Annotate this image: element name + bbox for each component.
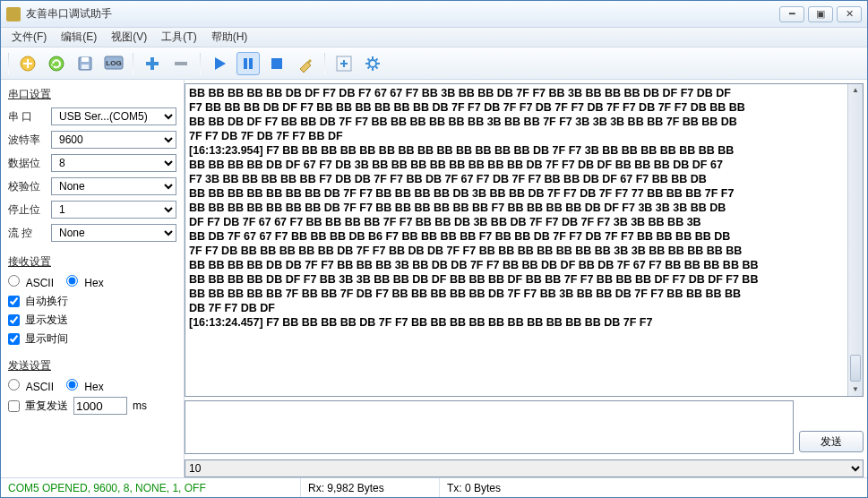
scrollbar[interactable]: ▲ ▼ <box>847 84 863 396</box>
svg-rect-4 <box>82 64 89 69</box>
app-icon <box>6 7 21 21</box>
status-tx: Tx: 0 Bytes <box>440 478 867 497</box>
rx-hex-radio[interactable]: Hex <box>66 275 104 289</box>
toolbar: LOG <box>1 47 867 80</box>
svg-rect-8 <box>249 58 253 69</box>
menu-bar: 文件(F) 编辑(E) 视图(V) 工具(T) 帮助(H) <box>1 28 867 47</box>
svg-rect-9 <box>271 58 282 69</box>
stopbits-select[interactable]: 1 <box>51 201 176 219</box>
scroll-up-icon[interactable]: ▲ <box>848 84 863 97</box>
baud-select[interactable]: 9600 <box>51 131 176 149</box>
tx-period-input[interactable] <box>73 397 127 415</box>
log-icon[interactable]: LOG <box>102 52 125 75</box>
sidebar: 串口设置 串 口USB Ser...(COM5) 波特率9600 数据位8 校验… <box>1 80 185 477</box>
svg-rect-7 <box>244 58 247 69</box>
window-title: 友善串口调试助手 <box>26 6 779 21</box>
tx-repeat-label: 重复发送 <box>25 399 68 414</box>
clear-icon[interactable] <box>294 52 317 75</box>
rx-wrap-check[interactable] <box>8 296 20 307</box>
scroll-thumb[interactable] <box>850 355 861 382</box>
title-bar: 友善串口调试助手 ━ ▣ ✕ <box>1 1 867 28</box>
databits-label: 数据位 <box>8 156 46 171</box>
parity-select[interactable]: None <box>51 177 176 195</box>
tx-group-title: 发送设置 <box>8 358 176 374</box>
send-button[interactable]: 发送 <box>799 431 864 452</box>
tx-ascii-radio[interactable]: ASCII <box>8 379 54 393</box>
menu-file[interactable]: 文件(F) <box>4 30 54 45</box>
play-icon[interactable] <box>208 52 231 75</box>
scroll-down-icon[interactable]: ▼ <box>848 383 863 396</box>
receive-textarea[interactable]: BB BB BB BB BB DB DF F7 DB F7 67 67 F7 B… <box>185 83 864 397</box>
close-button[interactable]: ✕ <box>837 6 862 22</box>
rx-group-title: 接收设置 <box>8 254 176 270</box>
menu-tools[interactable]: 工具(T) <box>154 30 203 45</box>
rx-wrap-label: 自动换行 <box>25 294 68 309</box>
history-select[interactable]: 10 <box>185 459 864 477</box>
maximize-button[interactable]: ▣ <box>808 6 833 22</box>
parity-label: 校验位 <box>8 179 46 194</box>
tx-period-unit: ms <box>133 399 147 412</box>
rx-showtime-check[interactable] <box>8 333 20 345</box>
tx-repeat-check[interactable] <box>8 400 20 412</box>
menu-view[interactable]: 视图(V) <box>104 30 154 45</box>
expand-icon[interactable] <box>332 52 356 75</box>
status-bar: COM5 OPENED, 9600, 8, NONE, 1, OFF Rx: 9… <box>1 477 867 497</box>
flow-select[interactable]: None <box>51 224 176 242</box>
refresh-icon[interactable] <box>45 52 68 75</box>
flow-label: 流 控 <box>8 226 46 241</box>
svg-text:LOG: LOG <box>106 59 121 67</box>
status-connection: COM5 OPENED, 9600, 8, NONE, 1, OFF <box>1 478 301 497</box>
minimize-button[interactable]: ━ <box>779 6 804 22</box>
pause-icon[interactable] <box>236 52 260 75</box>
rx-showsend-label: 显示发送 <box>25 313 68 328</box>
port-label: 串 口 <box>8 109 46 124</box>
remove-icon[interactable] <box>169 52 193 75</box>
send-textarea[interactable] <box>185 400 794 454</box>
menu-help[interactable]: 帮助(H) <box>204 30 255 45</box>
rx-showsend-check[interactable] <box>8 314 20 326</box>
new-icon[interactable] <box>16 52 39 75</box>
rx-showtime-label: 显示时间 <box>25 331 68 347</box>
status-rx: Rx: 9,982 Bytes <box>301 478 440 497</box>
menu-edit[interactable]: 编辑(E) <box>54 30 104 45</box>
svg-rect-3 <box>82 57 89 62</box>
serial-group-title: 串口设置 <box>8 87 176 102</box>
stopbits-label: 停止位 <box>8 202 46 218</box>
svg-point-11 <box>369 60 376 67</box>
databits-select[interactable]: 8 <box>51 154 176 172</box>
stop-icon[interactable] <box>265 52 288 75</box>
baud-label: 波特率 <box>8 133 46 148</box>
settings-icon[interactable] <box>361 52 384 75</box>
save-icon[interactable] <box>73 52 97 75</box>
svg-point-1 <box>49 56 64 71</box>
tx-hex-radio[interactable]: Hex <box>66 379 104 393</box>
add-icon[interactable] <box>141 52 164 75</box>
rx-ascii-radio[interactable]: ASCII <box>8 275 54 289</box>
port-select[interactable]: USB Ser...(COM5) <box>51 107 176 125</box>
